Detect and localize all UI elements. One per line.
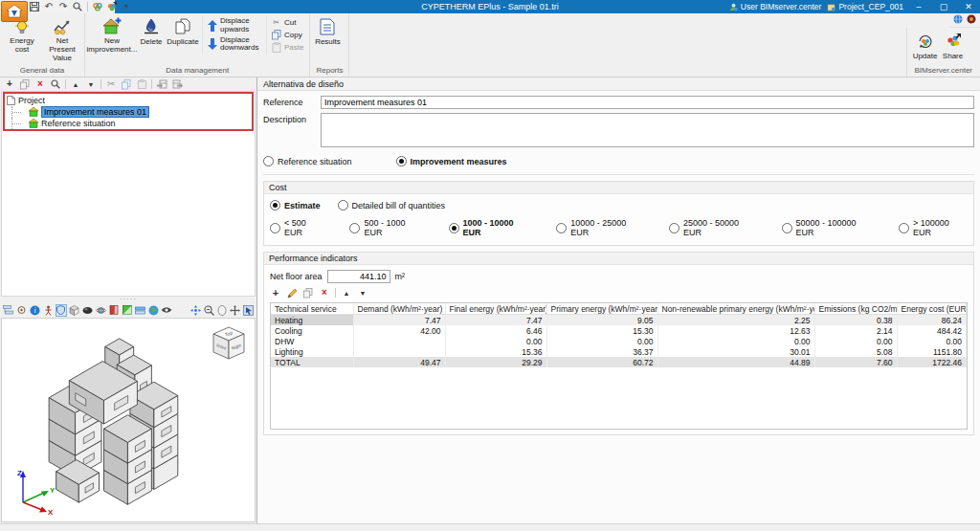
radio-detailed-bill[interactable]: Detailed bill of quantities [338, 200, 446, 210]
app-logo-icon[interactable] [1, 1, 28, 22]
cell-service[interactable]: Cooling [271, 325, 353, 336]
cell-value[interactable]: 1151.80 [897, 346, 967, 357]
walls-visibility-icon[interactable] [108, 304, 120, 317]
add-icon[interactable]: + [4, 78, 15, 90]
radio-improvement-measures[interactable]: Improvement measures [396, 156, 507, 166]
person-view-icon[interactable] [42, 304, 54, 317]
col-primary-energy[interactable]: Primary energy (kWh/m²·year) [546, 303, 657, 315]
cell-value[interactable]: 484.42 [897, 325, 967, 336]
duplicate-item-icon[interactable] [19, 78, 31, 90]
cell-value[interactable]: 0.00 [897, 336, 967, 346]
cell-value[interactable] [353, 336, 445, 346]
displace-upwards-button[interactable]: Displace upwards [205, 16, 264, 35]
share-button[interactable]: Share [940, 30, 967, 60]
copy-button[interactable]: Copy [269, 29, 305, 41]
export-branch-icon[interactable] [171, 78, 183, 90]
col-demand[interactable]: Demand (kWh/m²·year) [353, 303, 445, 315]
tree-node-improvement[interactable]: Improvement measures 01 [7, 106, 250, 118]
zoom-window-icon[interactable] [203, 304, 214, 317]
delete-item-icon[interactable]: × [34, 78, 46, 90]
orbit-sphere-icon[interactable] [216, 304, 228, 317]
copy-tree-icon[interactable] [121, 78, 132, 90]
cell-value[interactable]: 6.46 [445, 325, 546, 336]
table-row-heating[interactable]: Heating 7.47 7.47 9.05 2.25 0.38 86.24 [271, 315, 967, 326]
import-branch-icon[interactable] [156, 78, 167, 90]
cut-tree-icon[interactable]: ✂ [105, 78, 117, 90]
duplicate-button[interactable]: Duplicate [166, 15, 200, 46]
save-icon[interactable] [29, 1, 40, 12]
cell-value[interactable]: 7.60 [814, 357, 897, 367]
undo-icon[interactable]: ↶ [43, 1, 55, 12]
web-icon[interactable] [953, 14, 963, 26]
col-emissions[interactable]: Emissions (kg CO2/m²·year) [814, 303, 897, 315]
cell-value[interactable]: 7.47 [445, 315, 546, 326]
cell-value[interactable]: 44.89 [657, 357, 814, 367]
table-row-lighting[interactable]: Lighting 15.36 36.37 30.01 5.08 1151.80 [271, 346, 967, 357]
net-present-value-button[interactable]: Net Present Value [42, 15, 82, 62]
radio-range-2[interactable]: 1000 - 10000 EUR [449, 218, 532, 237]
zoom-extents-icon[interactable] [189, 304, 201, 317]
delete-button[interactable]: Delete [137, 15, 166, 46]
cell-value[interactable]: 29.29 [445, 357, 546, 367]
viewport-3d[interactable]: Z Y X Top Front Right [1, 318, 256, 522]
table-row-total[interactable]: TOTAL 49.47 29.29 60.72 44.89 7.60 1722.… [271, 357, 967, 367]
view-cube[interactable]: Top Front Right [211, 326, 247, 361]
slabs-visibility-icon[interactable] [135, 304, 146, 317]
cell-value[interactable]: 2.14 [814, 325, 897, 336]
radio-reference-situation[interactable]: Reference situation [263, 156, 352, 166]
cell-value[interactable]: 49.47 [353, 357, 445, 367]
search-icon[interactable] [72, 1, 83, 12]
info-icon[interactable]: i [29, 304, 40, 317]
radio-range-6[interactable]: > 100000 EUR [899, 218, 968, 237]
table-row-dhw[interactable]: DHW 0.00 0.00 0.00 0.00 0.00 [271, 336, 967, 346]
displace-downwards-button[interactable]: Displace downwards [205, 35, 264, 55]
reference-input[interactable] [321, 96, 974, 109]
table-row-cooling[interactable]: Cooling 42.00 6.46 15.30 12.63 2.14 484.… [271, 325, 967, 336]
cell-value[interactable] [353, 346, 445, 357]
col-final-energy[interactable]: Final energy (kWh/m²·year) [445, 303, 546, 315]
close-button[interactable]: ✕ [959, 2, 978, 11]
cell-service[interactable]: TOTAL [271, 357, 353, 367]
net-floor-area-input[interactable] [327, 270, 390, 283]
bimserver-connect-icon[interactable] [92, 1, 103, 12]
visibility-eye-icon[interactable] [161, 304, 172, 317]
cell-value[interactable]: 36.37 [546, 346, 657, 357]
cell-value[interactable]: 1722.46 [897, 357, 967, 367]
row-up-icon[interactable]: ▲ [341, 287, 352, 299]
cell-value[interactable]: 60.72 [546, 357, 657, 367]
edit-row-icon[interactable] [286, 287, 298, 299]
results-button[interactable]: Results [312, 15, 343, 46]
row-down-icon[interactable]: ▼ [357, 287, 368, 299]
minimize-button[interactable]: – [909, 2, 928, 11]
new-improvement-button[interactable]: New improvement... [87, 15, 137, 55]
description-input[interactable] [321, 113, 974, 147]
cell-service[interactable]: DHW [271, 336, 353, 346]
radio-range-0[interactable]: < 500 EUR [270, 218, 324, 237]
redo-icon[interactable]: ↷ [57, 1, 69, 12]
cell-value[interactable]: 15.30 [546, 325, 657, 336]
cell-value[interactable]: 12.63 [657, 325, 814, 336]
bimserver-project-chip[interactable]: Project_CEP_001 [827, 2, 903, 11]
move-down-icon[interactable]: ▼ [85, 78, 97, 90]
move-up-icon[interactable]: ▲ [70, 78, 81, 90]
cell-value[interactable]: 9.05 [546, 315, 657, 326]
cell-service[interactable]: Lighting [271, 346, 353, 357]
cell-value[interactable]: 42.00 [353, 325, 445, 336]
cell-value[interactable]: 15.36 [445, 346, 546, 357]
select-view-icon[interactable] [242, 304, 254, 317]
scene-tree-icon[interactable] [3, 304, 14, 317]
cut-button[interactable]: ✂ Cut [269, 16, 305, 29]
delete-row-icon[interactable]: × [319, 287, 330, 299]
search-tree-icon[interactable] [50, 78, 61, 90]
pan-icon[interactable] [230, 304, 241, 317]
shading-icon[interactable] [82, 304, 94, 317]
cell-value[interactable]: 0.00 [657, 336, 814, 346]
bimserver-user-chip[interactable]: User BIMserver.center [729, 2, 822, 11]
shield-icon[interactable] [56, 304, 67, 317]
col-non-renewable[interactable]: Non-renewable primary energy (kWh/m²·yea… [657, 303, 814, 315]
col-technical-service[interactable]: Technical service [271, 303, 353, 315]
cell-value[interactable]: 0.38 [814, 315, 897, 326]
copy-row-icon[interactable] [302, 287, 314, 299]
radio-range-5[interactable]: 50000 - 100000 EUR [782, 218, 874, 237]
cell-value[interactable]: 5.08 [814, 346, 897, 357]
